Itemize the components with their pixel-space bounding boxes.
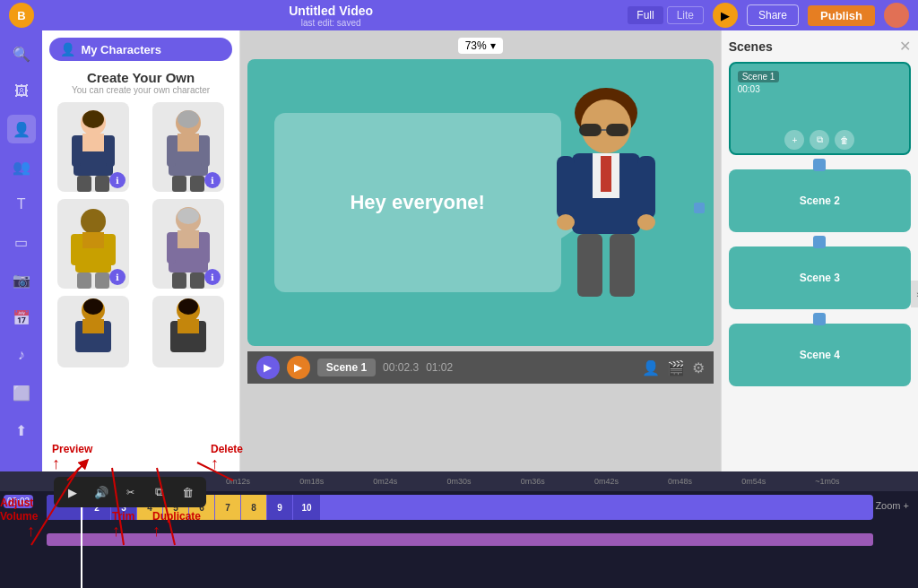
sidebar-icon-rectangle[interactable]: ▭ (7, 228, 36, 256)
scene-card-3[interactable]: Scene 3 (729, 246, 911, 309)
view-lite-button[interactable]: Lite (667, 6, 704, 24)
scenes-title: Scenes (729, 39, 773, 54)
svg-rect-41 (579, 124, 602, 136)
sidebar-icon-box[interactable]: ⬜ (7, 378, 36, 407)
character-item-1[interactable]: ℹ (49, 102, 137, 192)
svg-rect-13 (172, 176, 186, 192)
user-avatar (884, 3, 909, 28)
scene-4-label: Scene 4 (800, 349, 840, 361)
track-purple-bar[interactable] (47, 533, 873, 546)
ft-volume-btn[interactable]: 🔊 (90, 480, 113, 504)
topbar-play-button[interactable]: ▶ (713, 3, 738, 28)
svg-rect-5 (77, 176, 91, 192)
scene-1-label: Scene 1 (738, 71, 780, 82)
sidebar-icon-person[interactable]: 👤 (7, 115, 36, 143)
svg-rect-4 (106, 135, 115, 167)
scene-connector-1 (813, 159, 826, 171)
sidebar-icon-photo[interactable]: 📷 (7, 265, 36, 294)
scene-1-copy-btn[interactable]: ⧉ (810, 130, 829, 150)
character-grid: ℹ ℹ (49, 102, 231, 368)
seg-8: 8 (241, 495, 266, 520)
char-info-2[interactable]: ℹ (204, 172, 221, 188)
svg-rect-51 (577, 234, 602, 297)
ruler-mark-36: 0m36s (496, 477, 569, 486)
scene-card-1[interactable]: Scene 1 00:03 + ⧉ 🗑 (729, 62, 911, 155)
character-item-6[interactable] (144, 296, 232, 368)
sidebar-icon-search[interactable]: 🔍 (7, 39, 36, 68)
character-item-4[interactable]: ℹ (144, 199, 232, 289)
title-area: Untitled Video last edit: saved (43, 4, 619, 28)
ruler-mark-42: 0m42s (569, 477, 643, 486)
scene-video-icon[interactable]: 🎬 (667, 359, 685, 376)
svg-point-16 (81, 209, 106, 234)
character-item-3[interactable]: ℹ (49, 199, 137, 289)
scene-card-2-inner: Scene 2 (729, 169, 911, 232)
ruler-mark-18: 0m18s (275, 477, 349, 486)
sidebar-icon-music[interactable]: ♪ (7, 341, 36, 369)
share-button[interactable]: Share (747, 4, 799, 26)
scene-card-1-inner: Scene 1 00:03 (731, 64, 909, 126)
zoom-label: Zoom + (875, 500, 909, 511)
svg-rect-52 (610, 234, 635, 297)
svg-point-30 (178, 208, 199, 224)
scene-card-4-inner: Scene 4 (729, 324, 911, 386)
scene-1-add-btn[interactable]: + (784, 130, 804, 150)
scene-1-delete-btn[interactable]: 🗑 (835, 130, 854, 150)
scene-card-2[interactable]: Scene 2 (729, 169, 911, 232)
ruler-mark-30: 0m30s (422, 477, 496, 486)
svg-point-50 (637, 214, 655, 230)
char-info-3[interactable]: ℹ (109, 269, 126, 285)
zoom-indicator[interactable]: 73% ▾ (458, 38, 503, 54)
scene-3-label: Scene 3 (800, 272, 840, 284)
svg-point-38 (178, 298, 198, 315)
char-info-1[interactable]: ℹ (109, 172, 126, 188)
sidebar-icon-group[interactable]: 👥 (7, 152, 36, 181)
create-own-subtitle: You can create your own character (49, 85, 231, 95)
seg-7: 7 (215, 495, 240, 520)
ft-delete-btn[interactable]: 🗑 (176, 480, 199, 504)
ft-preview-btn[interactable]: ▶ (61, 480, 84, 504)
view-full-button[interactable]: Full (628, 6, 663, 24)
sidebar-icon-calendar[interactable]: 📅 (7, 303, 36, 332)
svg-rect-18 (82, 232, 104, 248)
scene-play-button[interactable]: ▶ (256, 356, 280, 379)
char-info-4[interactable]: ℹ (204, 269, 221, 285)
svg-rect-48 (637, 156, 655, 219)
sidebar-icon-image[interactable]: 🖼 (7, 77, 36, 106)
svg-rect-29 (190, 272, 204, 289)
scene-time-range: 00:02.3 (383, 361, 419, 374)
scene-connector-3 (813, 313, 826, 325)
scene-name-label: Scene 1 (317, 359, 376, 376)
scene-play-orange-button[interactable]: ▶ (287, 356, 310, 379)
ruler-mark-12: 0m12s (201, 477, 274, 486)
canvas-handle[interactable] (694, 203, 705, 213)
zoom-value: 73% (465, 39, 487, 52)
person-icon: 👤 (60, 42, 75, 56)
svg-rect-3 (72, 135, 81, 167)
scene-person-icon[interactable]: 👤 (642, 359, 660, 376)
ft-duplicate-btn[interactable]: ⧉ (147, 480, 170, 504)
svg-rect-28 (172, 272, 186, 289)
svg-point-34 (83, 298, 103, 315)
sidebar-icon-upload[interactable]: ⬆ (7, 416, 36, 445)
svg-point-49 (557, 214, 575, 230)
left-sidebar: 🔍 🖼 👤 👥 T ▭ 📷 📅 ♪ ⬜ ⬆ (0, 30, 42, 471)
ft-trim-btn[interactable]: ✂ (118, 480, 142, 504)
svg-point-15 (178, 110, 199, 128)
canvas-character[interactable] (543, 86, 669, 346)
scene-card-4[interactable]: Scene 4 (729, 324, 911, 386)
svg-rect-11 (167, 135, 176, 167)
character-item-5[interactable] (49, 296, 137, 368)
character-item-2[interactable]: ℹ (144, 102, 232, 192)
svg-rect-33 (82, 319, 104, 333)
sidebar-icon-text[interactable]: T (7, 190, 36, 219)
scene-connector-2 (813, 236, 826, 248)
scene-settings-icon[interactable]: ⚙ (692, 359, 705, 376)
app-logo: B (9, 3, 34, 28)
my-characters-header[interactable]: 👤 My Characters (49, 38, 231, 61)
my-characters-label: My Characters (81, 43, 161, 56)
svg-rect-42 (606, 124, 628, 136)
scenes-close-icon[interactable]: ✕ (899, 38, 911, 55)
publish-button[interactable]: Publish (808, 5, 875, 26)
svg-rect-14 (190, 176, 204, 192)
